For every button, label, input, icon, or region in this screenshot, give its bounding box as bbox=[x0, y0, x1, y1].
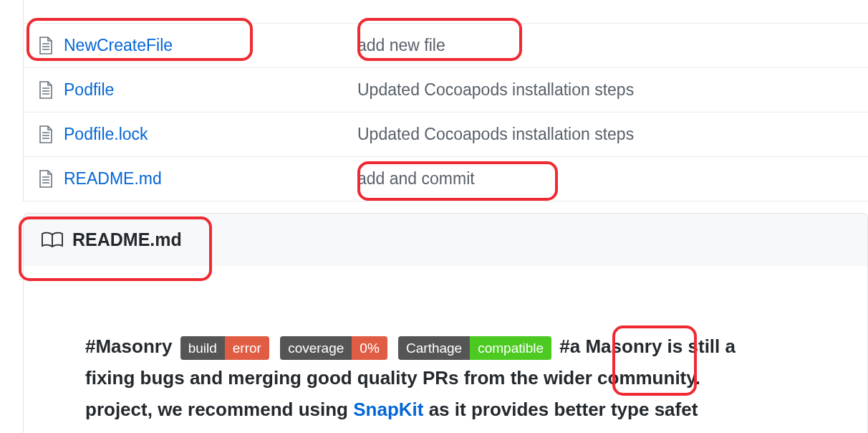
file-row[interactable]: README.md add and commit bbox=[24, 157, 868, 201]
readme-heading-suffix: #a Masonry is still a bbox=[559, 336, 736, 357]
commit-message[interactable]: add and commit bbox=[357, 169, 475, 189]
commit-message[interactable]: add new file bbox=[357, 36, 445, 55]
carthage-badge[interactable]: Carthagecompatible bbox=[398, 336, 551, 360]
coverage-badge[interactable]: coverage0% bbox=[280, 336, 387, 360]
readme-body: #Masonry builderror coverage0% Carthagec… bbox=[23, 266, 868, 433]
file-name[interactable]: Podfile bbox=[64, 80, 357, 100]
file-icon bbox=[38, 170, 54, 189]
readme-header: README.md bbox=[23, 213, 868, 266]
readme-text: project, we recommend using SnapKit as i… bbox=[85, 394, 806, 425]
commit-message[interactable]: Updated Cocoapods installation steps bbox=[357, 80, 634, 100]
snapkit-link[interactable]: SnapKit bbox=[353, 399, 423, 420]
file-icon bbox=[38, 125, 54, 144]
file-list: NewCreateFile add new file Podfile Updat… bbox=[23, 0, 868, 201]
file-name[interactable]: NewCreateFile bbox=[64, 36, 357, 55]
file-icon bbox=[38, 1, 54, 20]
file-row[interactable]: NewCreateFile add new file bbox=[24, 24, 868, 68]
commit-message[interactable]: Updated Cocoapods installation steps bbox=[357, 125, 634, 144]
file-name[interactable]: Podfile.lock bbox=[64, 125, 357, 144]
file-icon bbox=[38, 81, 54, 100]
build-badge[interactable]: builderror bbox=[180, 336, 269, 360]
file-name[interactable]: README.md bbox=[64, 169, 357, 189]
readme-text: fixing bugs and merging good quality PRs… bbox=[85, 362, 806, 394]
book-icon bbox=[41, 232, 64, 249]
file-row[interactable]: Podfile.lock Updated Cocoapods installat… bbox=[24, 113, 868, 157]
readme-filename[interactable]: README.md bbox=[72, 229, 182, 250]
file-row[interactable]: Podfile Updated Cocoapods installation s… bbox=[24, 68, 868, 113]
file-icon bbox=[38, 37, 54, 55]
readme-heading: #Masonry bbox=[85, 336, 172, 357]
